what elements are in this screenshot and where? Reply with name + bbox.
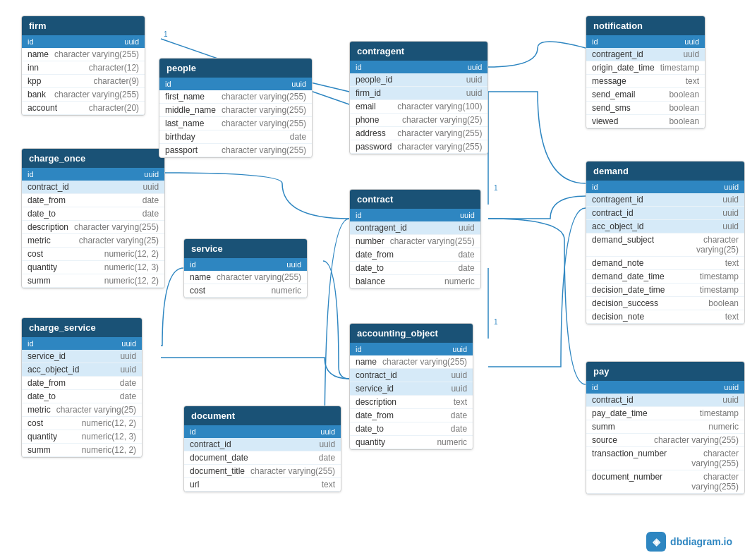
table-charge_service-cols-header: iduuid (22, 337, 142, 350)
table-row: service_iduuid (22, 350, 142, 363)
col-field-name: quantity (28, 262, 57, 272)
table-row: passportcharacter varying(255) (159, 144, 312, 157)
col-field-name: cost (28, 249, 43, 259)
table-row: summnumeric(12, 2) (22, 274, 164, 288)
table-row: numbercharacter varying(255) (350, 235, 480, 248)
col-field-name: phone (356, 115, 379, 125)
col-field-type: character varying(255) (74, 222, 159, 232)
table-pay-cols-header: iduuid (586, 381, 744, 394)
col-field-name: metric (28, 405, 51, 415)
table-row: inncharacter(12) (22, 61, 145, 75)
col-field-type: numeric(12, 2) (104, 276, 159, 286)
col-field-type: numeric (271, 286, 301, 296)
col-field-type: uuid (459, 223, 475, 233)
table-row: origin_date_timetimestamp (586, 61, 705, 75)
table-row: date_todate (22, 390, 142, 403)
table-notification-header: notification (586, 16, 705, 35)
table-row: passwordcharacter varying(255) (350, 140, 487, 154)
col-field-name: cost (28, 418, 43, 428)
col-field-name: inn (28, 63, 39, 73)
table-row: metriccharacter varying(25) (22, 403, 142, 417)
table-row: quantitynumeric(12, 3) (22, 430, 142, 444)
col-field-type: character varying(255) (54, 49, 139, 59)
table-demand: demandiduuidcontragent_iduuidcontract_id… (586, 161, 745, 324)
table-people-cols-header: iduuid (159, 78, 312, 90)
col-field-type: numeric(12, 2) (82, 418, 136, 428)
col-field-type: character varying(25) (56, 405, 136, 415)
col-field-type: date (451, 424, 467, 434)
col-field-name: birthday (165, 132, 195, 142)
table-row: middle_namecharacter varying(255) (159, 104, 312, 117)
col-field-name: message (592, 76, 626, 86)
table-row: people_iduuid (350, 73, 487, 87)
col-field-type: date (120, 391, 136, 401)
table-accounting_object: accounting_objectiduuidnamecharacter var… (349, 323, 473, 450)
table-charge_once-cols-header: iduuid (22, 168, 164, 181)
table-row: date_fromdate (22, 377, 142, 390)
table-row: addresscharacter varying(255) (350, 127, 487, 140)
col-field-name: quantity (28, 432, 57, 442)
col-field-type: text (454, 397, 467, 407)
col-type-label: uuid (144, 170, 159, 178)
col-field-name: password (356, 142, 392, 152)
table-firm: firmiduuidnamecharacter varying(255)innc… (21, 16, 145, 116)
col-field-type: date (120, 378, 136, 388)
col-id-label: id (356, 211, 362, 219)
col-field-name: demand_subject (592, 235, 654, 255)
table-row: service_iduuid (350, 382, 473, 396)
table-row: summnumeric (586, 420, 744, 434)
table-service-cols-header: iduuid (184, 258, 307, 271)
canvas: 1 1 1 1 1 1 firmiduuidnamecharacter vary… (0, 0, 745, 560)
col-field-type: timestamp (700, 408, 739, 418)
col-id-label: id (165, 80, 171, 88)
col-field-name: address (356, 128, 386, 138)
col-field-name: name (356, 357, 377, 367)
col-field-name: summ (592, 422, 615, 432)
col-field-name: date_from (356, 410, 394, 420)
table-row: summnumeric(12, 2) (22, 444, 142, 457)
table-row: demand_date_timetimestamp (586, 270, 744, 284)
col-field-name: demand_date_time (592, 272, 665, 281)
col-field-name: number (356, 236, 384, 246)
col-id-label: id (28, 170, 34, 178)
col-id-label: id (592, 183, 598, 191)
col-field-name: pay_date_time (592, 408, 648, 418)
svg-text:1: 1 (164, 30, 168, 38)
table-row: pay_date_timetimestamp (586, 407, 744, 420)
col-id-label: id (356, 63, 362, 71)
table-row: costnumeric (184, 284, 307, 298)
table-contract-header: contract (350, 190, 480, 209)
brand-icon: ◈ (646, 532, 666, 552)
col-field-name: acc_object_id (592, 221, 643, 231)
col-field-type: character varying(255) (222, 118, 306, 128)
table-row: send_emailboolean (586, 88, 705, 102)
col-field-name: service_id (28, 351, 66, 361)
col-field-type: character(9) (93, 76, 139, 86)
col-type-label: uuid (320, 427, 335, 436)
table-row: sourcecharacter varying(255) (586, 434, 744, 447)
col-field-name: contragent_id (592, 195, 643, 205)
table-row: contragent_iduuid (350, 221, 480, 235)
col-field-name: cost (190, 286, 205, 296)
table-row: metriccharacter varying(25) (22, 234, 164, 248)
col-field-type: date (451, 410, 467, 420)
table-row: decision_notetext (586, 310, 744, 324)
table-row: viewedboolean (586, 115, 705, 128)
table-row: last_namecharacter varying(255) (159, 117, 312, 130)
col-type-label: uuid (724, 183, 739, 191)
col-field-type: uuid (120, 351, 136, 361)
table-row: contract_iduuid (586, 394, 744, 407)
col-field-type: uuid (722, 221, 739, 231)
table-row: contract_iduuid (22, 181, 164, 194)
col-id-label: id (356, 345, 362, 353)
col-field-name: account (28, 103, 57, 113)
col-field-name: service_id (356, 384, 394, 394)
col-field-name: date_from (356, 250, 394, 260)
table-row: date_fromdate (22, 194, 164, 207)
table-row: contragent_iduuid (586, 48, 705, 61)
col-field-name: summ (28, 276, 51, 286)
col-field-type: text (725, 312, 739, 322)
col-field-name: name (190, 272, 211, 282)
col-field-type: uuid (466, 75, 483, 85)
col-field-type: character varying(255) (390, 236, 475, 246)
